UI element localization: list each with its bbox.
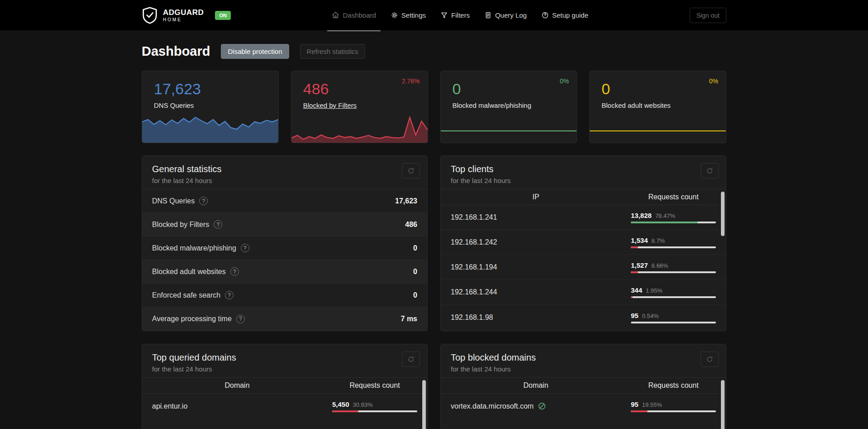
refresh-icon — [407, 167, 415, 174]
nav-item-query-log[interactable]: Query Log — [482, 0, 529, 30]
help-icon[interactable]: ? — [236, 315, 245, 323]
dns-queries-value: 17,623 — [154, 80, 278, 98]
table-row: 192.168.1.244 3441.95% — [441, 280, 726, 305]
client-ip-link[interactable]: 192.168.1.242 — [451, 238, 497, 246]
progress-bar — [631, 322, 716, 323]
blocked-malware-sparkline — [441, 115, 577, 143]
query-log-document-icon — [484, 11, 492, 19]
table-row: api.entur.io 5,45030.93% — [142, 394, 427, 419]
table-row: Enforced safe search? 0 — [142, 284, 427, 307]
requests-percent: 8.66% — [652, 262, 668, 269]
stat-card-blocked-adult: 0% 0 Blocked adult websites — [589, 71, 726, 143]
row-label: Blocked by Filters — [152, 221, 209, 229]
protection-status-badge: ON — [215, 11, 231, 20]
nav-item-settings[interactable]: Settings — [389, 0, 428, 30]
requests-count: 1,534 — [631, 236, 648, 244]
table-row: Blocked adult websites? 0 — [142, 260, 427, 284]
refresh-icon — [706, 167, 713, 174]
help-icon[interactable]: ? — [230, 267, 239, 276]
domain-link[interactable]: vortex.data.microsoft.com — [451, 402, 534, 410]
blocked-filters-sparkline — [291, 115, 428, 143]
panel-subtitle: for the last 24 hours — [451, 365, 716, 373]
requests-count: 95 — [631, 312, 639, 319]
help-icon[interactable]: ? — [199, 197, 208, 205]
dashboard-icon — [332, 11, 339, 19]
disable-protection-button[interactable]: Disable protection — [221, 44, 289, 59]
refresh-button[interactable] — [402, 352, 420, 367]
setup-guide-help-icon — [541, 11, 549, 19]
refresh-statistics-button[interactable]: Refresh statistics — [300, 44, 365, 59]
settings-gear-icon — [391, 11, 398, 19]
table-row: 192.168.1.241 13,82878.47% — [441, 205, 726, 230]
dashboard-page: Dashboard Disable protection Refresh sta… — [142, 30, 726, 429]
scrollbar-thumb[interactable] — [721, 192, 725, 236]
row-label: DNS Queries — [152, 197, 195, 205]
dns-queries-label: DNS Queries — [154, 101, 278, 109]
blocked-filters-link[interactable]: Blocked by Filters — [303, 101, 428, 109]
dns-queries-sparkline — [142, 115, 278, 143]
requests-count: 344 — [631, 286, 642, 294]
adguard-logo[interactable]: ADGUARD HOME ON — [142, 6, 231, 24]
page-title: Dashboard — [142, 44, 210, 59]
requests-count: 95 — [631, 400, 639, 408]
client-ip-link[interactable]: 192.168.1.98 — [451, 313, 493, 322]
tracker-blocked-icon — [538, 402, 546, 410]
nav-item-filters[interactable]: Filters — [439, 0, 472, 30]
panel-subtitle: for the last 24 hours — [152, 177, 417, 184]
general-statistics-panel: General statistics for the last 24 hours… — [142, 155, 428, 331]
scrollbar[interactable] — [721, 380, 725, 429]
table-row: 192.168.1.194 1,5278.66% — [441, 255, 726, 280]
stat-card-dns-queries: 17,623 DNS Queries — [142, 71, 279, 143]
refresh-button[interactable] — [701, 163, 719, 178]
top-clients-panel: Top clients for the last 24 hours IP Req… — [440, 155, 726, 331]
refresh-button[interactable] — [402, 163, 420, 178]
adguard-shield-icon — [142, 6, 158, 24]
row-label: Enforced safe search — [152, 291, 220, 299]
blocked-adult-value: 0 — [601, 80, 726, 98]
column-header-ip: IP — [441, 193, 631, 201]
refresh-button[interactable] — [701, 352, 719, 367]
top-queried-domains-panel: Top queried domains for the last 24 hour… — [142, 344, 428, 429]
scrollbar-thumb[interactable] — [721, 380, 725, 429]
requests-percent: 0.54% — [642, 313, 659, 319]
table-row: vortex.data.microsoft.com 9519.55% — [441, 394, 726, 419]
help-icon[interactable]: ? — [241, 244, 249, 252]
scrollbar[interactable] — [721, 192, 725, 329]
progress-bar — [631, 271, 716, 273]
scrollbar-thumb[interactable] — [422, 380, 426, 429]
nav-item-dashboard[interactable]: Dashboard — [330, 0, 377, 30]
progress-bar — [332, 410, 417, 412]
panel-title: Top queried domains — [152, 352, 417, 363]
client-ip-link[interactable]: 192.168.1.244 — [451, 288, 497, 296]
blocked-adult-label: Blocked adult websites — [601, 101, 726, 109]
top-queried-table: api.entur.io 5,45030.93% — [142, 394, 427, 419]
progress-bar — [631, 246, 716, 248]
sign-out-button[interactable]: Sign out — [690, 8, 726, 23]
blocked-malware-value: 0 — [453, 80, 577, 98]
table-row: 192.168.1.98 950.54% — [441, 305, 726, 330]
domain-link[interactable]: api.entur.io — [152, 402, 187, 410]
client-ip-link[interactable]: 192.168.1.194 — [451, 263, 497, 271]
blocked-malware-label: Blocked malware/phishing — [453, 101, 577, 109]
client-ip-link[interactable]: 192.168.1.241 — [451, 213, 497, 222]
refresh-icon — [407, 356, 415, 363]
progress-bar — [631, 222, 716, 223]
nav-item-label: Query Log — [495, 11, 527, 19]
table-row: Average processing time? 7 ms — [142, 307, 427, 331]
row-value: 0 — [413, 268, 417, 276]
top-blocked-table: vortex.data.microsoft.com 9519.55% — [441, 394, 726, 419]
table-row: DNS Queries? 17,623 — [142, 189, 427, 213]
row-value: 486 — [405, 221, 417, 229]
scrollbar[interactable] — [422, 380, 426, 429]
panel-title: Top blocked domains — [451, 352, 716, 363]
refresh-icon — [706, 356, 713, 363]
panel-subtitle: for the last 24 hours — [451, 177, 716, 184]
column-header-requests: Requests count — [631, 381, 716, 390]
nav-item-label: Setup guide — [552, 11, 588, 19]
help-icon[interactable]: ? — [214, 220, 222, 229]
stat-card-blocked-malware: 0% 0 Blocked malware/phishing — [440, 71, 577, 143]
nav-item-setup-guide[interactable]: Setup guide — [539, 0, 590, 30]
table-row: Blocked by Filters? 486 — [142, 213, 427, 236]
navbar: ADGUARD HOME ON Dashboard Settings Filte… — [0, 0, 868, 30]
help-icon[interactable]: ? — [225, 291, 234, 299]
